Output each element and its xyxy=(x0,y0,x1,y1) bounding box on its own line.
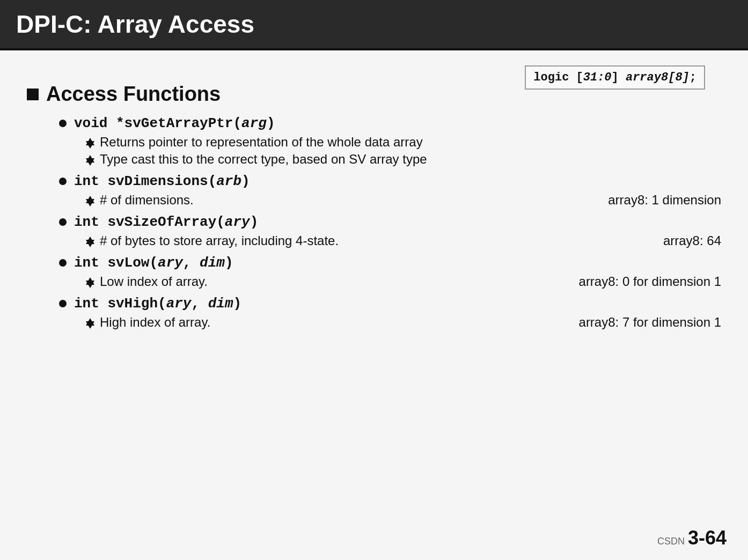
example-text: array8: 7 for dimension 1 xyxy=(558,315,721,330)
bullet-row: int svDimensions(arb) xyxy=(59,173,721,189)
diamond-bullet-icon xyxy=(86,277,94,285)
sub-bullet-list: # of bytes to store array, including 4-s… xyxy=(59,233,721,248)
bullet-row: int svLow(ary, dim) xyxy=(59,255,721,271)
footer-page-number: 3-64 xyxy=(688,527,727,549)
sub-bullet-row: # of dimensions. array8: 1 dimension xyxy=(86,193,721,208)
function-signature: int svLow(ary, dim) xyxy=(74,255,233,271)
sub-item-text: Type cast this to the correct type, base… xyxy=(100,152,721,167)
list-item: void *svGetArrayPtr(arg) Returns pointer… xyxy=(59,115,721,167)
sub-item-text: Returns pointer to representation of the… xyxy=(100,135,721,150)
sub-item-text: High index of array. xyxy=(100,315,558,330)
sub-list-item: Low index of array. array8: 0 for dimens… xyxy=(86,274,721,289)
section-heading-text: Access Functions xyxy=(46,83,221,106)
list-item: int svHigh(ary, dim) High index of array… xyxy=(59,296,721,330)
sub-list-item: # of bytes to store array, including 4-s… xyxy=(86,233,721,248)
diamond-bullet-icon xyxy=(86,318,94,326)
diamond-bullet-icon xyxy=(86,138,94,145)
slide-content: logic [31:0] array8[8]; Access Functions… xyxy=(0,50,748,560)
sub-bullet-list: # of dimensions. array8: 1 dimension xyxy=(59,193,721,208)
code-declaration-box: logic [31:0] array8[8]; xyxy=(525,65,705,90)
circle-bullet-icon xyxy=(59,259,67,267)
footer-csdn-label: CSDN xyxy=(657,536,685,547)
bullet-list: void *svGetArrayPtr(arg) Returns pointer… xyxy=(27,115,721,330)
list-item: int svDimensions(arb) # of dimensions. a… xyxy=(59,173,721,208)
diamond-bullet-icon xyxy=(86,155,94,163)
bullet-row: int svHigh(ary, dim) xyxy=(59,296,721,312)
sub-list-item: High index of array. array8: 7 for dimen… xyxy=(86,315,721,330)
example-text: array8: 64 xyxy=(642,233,721,248)
bullet-row: void *svGetArrayPtr(arg) xyxy=(59,115,721,131)
example-text: array8: 0 for dimension 1 xyxy=(558,274,721,289)
example-text: array8: 1 dimension xyxy=(586,193,721,208)
sub-list-item: # of dimensions. array8: 1 dimension xyxy=(86,193,721,208)
function-signature: void *svGetArrayPtr(arg) xyxy=(74,115,275,131)
circle-bullet-icon xyxy=(59,218,67,226)
sub-bullet-row: High index of array. array8: 7 for dimen… xyxy=(86,315,721,330)
code-declaration-text: logic [31:0] array8[8]; xyxy=(533,71,696,84)
sub-item-text: # of dimensions. xyxy=(100,193,586,208)
sub-list-item: Returns pointer to representation of the… xyxy=(86,135,721,150)
slide-header: DPI-C: Array Access xyxy=(0,0,748,50)
circle-bullet-icon xyxy=(59,300,67,307)
diamond-bullet-icon xyxy=(86,196,94,203)
list-item: int svSizeOfArray(ary) # of bytes to sto… xyxy=(59,214,721,248)
sub-bullet-row: # of bytes to store array, including 4-s… xyxy=(86,233,721,248)
sub-bullet-list: Low index of array. array8: 0 for dimens… xyxy=(59,274,721,289)
sub-item-text: # of bytes to store array, including 4-s… xyxy=(100,233,642,248)
square-bullet-icon xyxy=(27,89,39,100)
circle-bullet-icon xyxy=(59,178,67,185)
sub-bullet-row: Low index of array. array8: 0 for dimens… xyxy=(86,274,721,289)
bullet-row: int svSizeOfArray(ary) xyxy=(59,214,721,230)
sub-list-item: Type cast this to the correct type, base… xyxy=(86,152,721,167)
sub-bullet-list: Returns pointer to representation of the… xyxy=(59,135,721,167)
slide-title: DPI-C: Array Access xyxy=(16,10,254,38)
slide-footer: CSDN 3-64 xyxy=(657,527,727,549)
sub-bullet-list: High index of array. array8: 7 for dimen… xyxy=(59,315,721,330)
slide-container: DPI-C: Array Access logic [31:0] array8[… xyxy=(0,0,748,560)
function-signature: int svDimensions(arb) xyxy=(74,173,250,189)
function-signature: int svHigh(ary, dim) xyxy=(74,296,241,312)
diamond-bullet-icon xyxy=(86,237,94,244)
list-item: int svLow(ary, dim) Low index of array. … xyxy=(59,255,721,289)
function-signature: int svSizeOfArray(ary) xyxy=(74,214,258,230)
circle-bullet-icon xyxy=(59,120,67,127)
sub-item-text: Low index of array. xyxy=(100,274,558,289)
